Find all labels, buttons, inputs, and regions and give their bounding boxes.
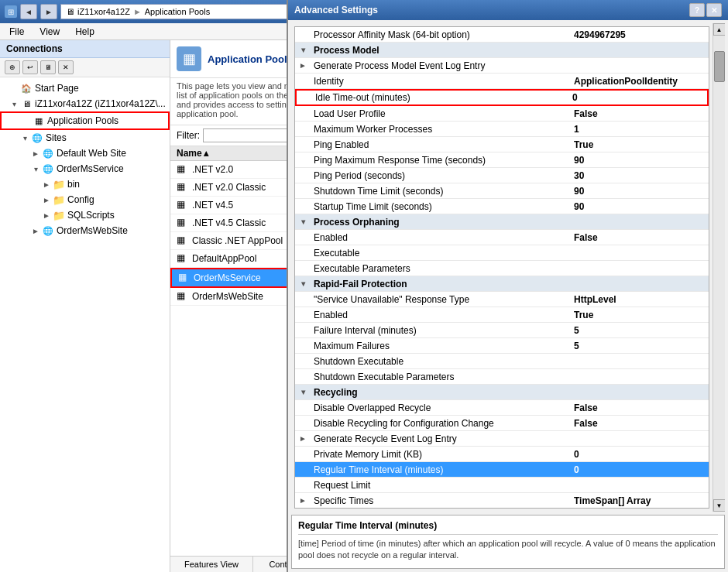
row-startup-time[interactable]: Startup Time Limit (seconds) 90 <box>295 199 709 214</box>
tree-label-sqlscripts: SQLScripts <box>67 210 115 221</box>
row-failure-interval[interactable]: Failure Interval (minutes) 5 <box>295 323 709 338</box>
row-idle-timeout[interactable]: Idle Time-out (minutes) 0 <box>295 89 709 106</box>
advanced-settings-dialog: Advanced Settings ? ✕ Processor Affinity… <box>287 0 728 572</box>
toolbar-btn-2[interactable]: ↩ <box>22 60 38 74</box>
tree-item-start-page[interactable]: 🏠 Start Page <box>0 80 170 96</box>
prop-private-memory: Private Memory Limit (KB) <box>309 447 569 461</box>
prop-shutdown-executable-params: Shutdown Executable Parameters <box>309 370 569 384</box>
pool-name-default: DefaultAppPool <box>192 253 256 264</box>
toolbar-btn-1[interactable]: ⊕ <box>5 60 20 74</box>
row-rapid-fail-enabled[interactable]: Enabled True <box>295 307 709 323</box>
row-gen-recycle-log[interactable]: ► Generate Recycle Event Log Entry <box>295 431 709 447</box>
row-max-worker[interactable]: Maximum Worker Processes 1 <box>295 122 709 137</box>
pool-icon-default: ▦ <box>177 252 189 265</box>
row-shutdown-executable[interactable]: Shutdown Executable <box>295 354 709 369</box>
row-disable-overlapped[interactable]: Disable Overlapped Recycle False <box>295 400 709 416</box>
app-pools-icon: ▦ <box>33 115 45 127</box>
row-gen-process-log[interactable]: ► Generate Process Model Event Log Entry <box>295 58 709 74</box>
row-max-failures[interactable]: Maximum Failures 5 <box>295 338 709 354</box>
expand-gen-recycle-log: ► <box>295 434 309 443</box>
prop-ping-max-response: Ping Maximum Response Time (seconds) <box>309 153 569 167</box>
val-service-unavailable: HttpLevel <box>569 293 709 307</box>
tree-item-app-pools[interactable]: ▦ Application Pools <box>0 111 170 130</box>
prop-regular-time-interval: Regular Time Interval (minutes) <box>309 463 569 477</box>
row-executable[interactable]: Executable <box>295 245 709 261</box>
row-regular-time-interval[interactable]: Regular Time Interval (minutes) 0 <box>295 462 709 478</box>
dialog-close-button[interactable]: ✕ <box>706 3 722 17</box>
tree-item-config[interactable]: ► 📁 Config <box>0 192 170 207</box>
prop-startup-time: Startup Time Limit (seconds) <box>309 200 569 214</box>
row-identity[interactable]: Identity ApplicationPoolIdentity <box>295 74 709 89</box>
tree-label-start-page: Start Page <box>35 83 79 94</box>
tree-item-sites[interactable]: ▾ 🌐 Sites <box>0 130 170 146</box>
prop-executable: Executable <box>309 246 569 260</box>
pool-icon-net20classic: ▦ <box>177 181 189 194</box>
row-ping-enabled[interactable]: Ping Enabled True <box>295 137 709 152</box>
scrollbar[interactable]: ▲ ▼ <box>713 23 725 512</box>
orderms-icon: 🌐 <box>42 163 54 175</box>
pool-name-orderms: OrderMsService <box>194 272 261 283</box>
row-specific-times[interactable]: ► Specific Times TimeSpan[] Array <box>295 493 709 509</box>
row-service-unavailable[interactable]: "Service Unavailable" Response Type Http… <box>295 292 709 307</box>
row-executable-params[interactable]: Executable Parameters <box>295 261 709 276</box>
pool-name-orderms-web: OrderMsWebSite <box>192 291 263 302</box>
val-max-worker: 1 <box>569 122 709 136</box>
menu-help[interactable]: Help <box>72 25 98 39</box>
menu-view[interactable]: View <box>36 25 63 39</box>
row-request-limit[interactable]: Request Limit <box>295 478 709 493</box>
expand-process-orphaning-icon: ▾ <box>295 217 309 226</box>
menu-file[interactable]: File <box>6 25 27 39</box>
connections-header: Connections <box>0 40 170 58</box>
val-idle-timeout: 0 <box>568 91 707 104</box>
dialog-help-button[interactable]: ? <box>689 3 705 17</box>
scroll-track[interactable] <box>713 36 725 499</box>
tree-item-orderms-web[interactable]: ► 🌐 OrderMsWebSite <box>0 223 170 238</box>
tree-item-orderms[interactable]: ▾ 🌐 OrderMsService <box>0 161 170 176</box>
pool-icon-net45: ▦ <box>177 199 189 211</box>
expand-recycling-icon: ▾ <box>295 388 309 396</box>
row-ping-max-response[interactable]: Ping Maximum Response Time (seconds) 90 <box>295 152 709 168</box>
val-process-model <box>569 49 709 52</box>
tree-label-bin: bin <box>67 179 80 190</box>
scroll-thumb[interactable] <box>714 51 725 82</box>
address-part2: Application Pools <box>145 7 210 16</box>
back-button[interactable]: ◄ <box>20 4 37 19</box>
prop-service-unavailable: "Service Unavailable" Response Type <box>309 293 569 307</box>
prop-identity: Identity <box>309 74 569 88</box>
connections-title: Connections <box>6 43 63 54</box>
expand-sites: ▾ <box>17 134 31 142</box>
tree-item-bin[interactable]: ► 📁 bin <box>0 176 170 192</box>
val-orphaning-enabled: False <box>569 231 709 245</box>
toolbar-btn-4[interactable]: ✕ <box>58 60 74 74</box>
expand-gen-process-log: ► <box>295 61 309 70</box>
scroll-up-button[interactable]: ▲ <box>713 23 726 36</box>
prop-recycling: Recycling <box>309 385 569 399</box>
row-shutdown-time[interactable]: Shutdown Time Limit (seconds) 90 <box>295 183 709 199</box>
row-orphaning-enabled[interactable]: Enabled False <box>295 230 709 245</box>
row-disable-recycling-config[interactable]: Disable Recycling for Configuration Chan… <box>295 416 709 431</box>
tree-item-server[interactable]: ▾ 🖥 iZ11xor4a12Z (iZ11xor4a12Z\... <box>0 96 170 111</box>
center-header-icon: ▦ <box>177 46 201 71</box>
section-process-model: ▾ Process Model <box>295 43 709 58</box>
tree-item-default-web[interactable]: ► 🌐 Default Web Site <box>0 146 170 161</box>
forward-button[interactable]: ► <box>40 4 57 19</box>
row-shutdown-executable-params[interactable]: Shutdown Executable Parameters <box>295 369 709 385</box>
expand-rapid-fail-icon: ▾ <box>295 279 309 288</box>
row-processor-affinity[interactable]: Processor Affinity Mask (64-bit option) … <box>295 27 709 43</box>
val-gen-recycle-log <box>569 437 709 440</box>
expand-orderms: ▾ <box>28 165 42 173</box>
scroll-down-button[interactable]: ▼ <box>713 499 726 512</box>
section-recycling: ▾ Recycling <box>295 385 709 400</box>
row-ping-period[interactable]: Ping Period (seconds) 30 <box>295 168 709 183</box>
tab-features-view[interactable]: Features View <box>170 557 253 572</box>
val-max-failures: 5 <box>569 339 709 353</box>
pool-name-classic: Classic .NET AppPool <box>192 235 283 246</box>
row-private-memory[interactable]: Private Memory Limit (KB) 0 <box>295 447 709 462</box>
description-text: [time] Period of time (in minutes) after… <box>298 538 718 562</box>
val-rapid-fail <box>569 283 709 286</box>
row-load-user-profile[interactable]: Load User Profile False <box>295 106 709 122</box>
sort-icon: ▴ <box>204 148 208 159</box>
tree-label-orderms: OrderMsService <box>57 163 124 174</box>
tree-item-sqlscripts[interactable]: ► 📁 SQLScripts <box>0 207 170 223</box>
toolbar-btn-3[interactable]: 🖥 <box>40 60 56 74</box>
